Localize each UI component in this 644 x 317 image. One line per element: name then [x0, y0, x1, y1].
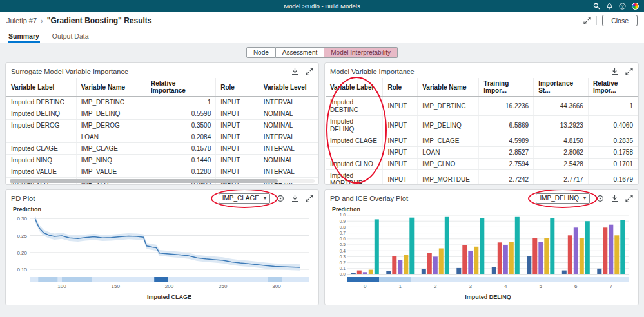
close-button[interactable]: Close — [602, 15, 638, 26]
table-row[interactable]: Imputed CLAGEINPUTIMP_CLAGE4.59894.81500… — [326, 135, 638, 147]
table-cell: 6.5869 — [479, 116, 534, 135]
help-icon[interactable]: ? — [619, 3, 626, 10]
pd-variable-select[interactable]: IMP_CLAGE ▾ — [219, 193, 270, 204]
table-cell: Imputed DELINQ — [6, 108, 76, 120]
tab-output-data[interactable]: Output Data — [52, 31, 90, 43]
table-row[interactable]: Imputed CLNOINPUTIMP_CLNO2.75942.54280.1… — [326, 158, 638, 170]
ice-variable-select[interactable]: IMP_DELINQ ▾ — [536, 193, 590, 204]
svg-text:0.15: 0.15 — [17, 267, 27, 273]
table-cell: Imputed CLAGE — [6, 143, 76, 155]
download-icon[interactable] — [610, 67, 619, 75]
table-cell: INPUT — [216, 97, 259, 108]
svg-text:0.2: 0.2 — [340, 260, 346, 265]
app-title: Model Studio - Build Models — [284, 3, 360, 10]
table-cell: IMP_DEBTINC — [418, 97, 479, 116]
expand-icon[interactable] — [625, 195, 633, 202]
table-cell: 0.1758 — [588, 147, 638, 158]
view-node-button[interactable]: Node — [246, 47, 276, 58]
table-cell: INPUT — [216, 108, 259, 120]
panel-header: Surrogate Model Variable Importance — [6, 63, 318, 78]
svg-text:Imputed DELINQ: Imputed DELINQ — [465, 294, 511, 300]
table-cell: 2.8527 — [479, 147, 534, 158]
table-cell: INPUT — [216, 120, 259, 131]
chevron-down-icon: ▾ — [583, 195, 586, 201]
surrogate-importance-panel: Surrogate Model Variable Importance Vari… — [5, 62, 319, 185]
tab-summary[interactable]: Summary — [8, 31, 40, 43]
table-cell: 0.5598 — [146, 108, 216, 120]
table-cell: LOAN — [76, 131, 146, 143]
column-header[interactable]: Variable Level — [259, 78, 318, 97]
table-row[interactable]: Imputed NINQIMP_NINQ0.1440INPUTNOMINAL — [6, 155, 318, 166]
table-cell: 2.7594 — [479, 158, 534, 170]
svg-text:0.4: 0.4 — [340, 249, 346, 253]
search-icon[interactable] — [593, 3, 600, 10]
plot-options-icon[interactable] — [596, 195, 604, 202]
table-cell: INTERVAL — [259, 97, 318, 108]
download-icon[interactable] — [291, 194, 299, 202]
column-header[interactable]: Variable Name — [418, 78, 479, 97]
table-row[interactable]: Imputed VALUEIMP_VALUE0.1280INPUTINTERVA… — [6, 166, 318, 178]
table-row[interactable]: Imputed DEBTINCIMP_DEBTINC1INPUTINTERVAL — [6, 97, 318, 108]
app-header-icons: ? — [593, 3, 644, 10]
table-cell: INPUT — [383, 135, 418, 147]
horizontal-scrollbar[interactable] — [10, 179, 315, 183]
table-row[interactable]: Imputed MORTDUEINPUTIMP_MORTDUE2.72422.7… — [326, 170, 638, 186]
download-icon[interactable] — [291, 67, 299, 75]
table-cell: 2.5428 — [534, 158, 589, 170]
column-header[interactable]: Role — [216, 78, 259, 97]
table-cell: IMP_NINQ — [76, 155, 146, 166]
svg-text:1.0: 1.0 — [340, 213, 346, 217]
table-cell — [6, 131, 76, 143]
notifications-bell-icon[interactable] — [606, 3, 613, 10]
avatar[interactable] — [632, 3, 639, 10]
table-row[interactable]: Imputed DELINQINPUTIMP_DELINQ6.586913.29… — [326, 116, 638, 135]
table-row[interactable]: Imputed DELINQIMP_DELINQ0.5598INPUTNOMIN… — [6, 108, 318, 120]
ice-overlay-chart: Prediction0.00.10.20.30.40.50.60.70.80.9… — [325, 205, 638, 304]
table-row[interactable]: LOAN0.2084INPUTINTERVAL — [6, 131, 318, 143]
table-cell: 4.8150 — [534, 135, 589, 147]
svg-text:100: 100 — [57, 283, 66, 289]
column-header[interactable]: Variable Label — [6, 78, 76, 97]
breadcrumb-project-link[interactable]: Juletip #7 — [6, 17, 37, 24]
plot-options-icon[interactable] — [277, 195, 284, 202]
column-header[interactable]: Importance St... — [534, 78, 589, 97]
panel-title: PD and ICE Overlay Plot — [330, 195, 408, 202]
breadcrumb: Juletip #7 › "Gradient Boosting" Results… — [0, 12, 644, 30]
table-cell: IMP_DEBTINC — [76, 97, 146, 108]
expand-icon[interactable] — [625, 68, 633, 75]
table-row[interactable]: INPUTLOAN2.85272.80620.1758 — [326, 147, 638, 158]
view-assessment-button[interactable]: Assessment — [276, 47, 324, 58]
column-header[interactable]: Role — [383, 78, 418, 97]
svg-text:1: 1 — [399, 283, 402, 289]
expand-icon[interactable] — [306, 68, 313, 75]
maximize-icon[interactable] — [583, 17, 591, 24]
panel-toolbar: IMP_DELINQ ▾ — [536, 193, 633, 204]
svg-text:7: 7 — [610, 283, 613, 289]
table-cell: 0.1701 — [588, 158, 638, 170]
expand-icon[interactable] — [306, 195, 313, 202]
svg-text:Prediction: Prediction — [13, 206, 41, 213]
view-model-interpretability-button[interactable]: Model Interpretability — [324, 47, 398, 58]
table-row[interactable]: Imputed CLAGEIMP_CLAGE0.1578INPUTINTERVA… — [6, 143, 318, 155]
page-title: "Gradient Boosting" Results — [47, 16, 152, 25]
column-header[interactable]: Relative Impor... — [588, 78, 638, 97]
model-importance-table: Variable LabelRoleVariable NameTraining … — [325, 78, 638, 185]
column-header[interactable]: Variable Label — [326, 78, 383, 97]
svg-text:0.1: 0.1 — [340, 266, 346, 271]
table-cell: INPUT — [383, 170, 418, 186]
column-header[interactable]: Variable Name — [76, 78, 146, 97]
panel-title: PD Plot — [11, 195, 35, 202]
scrollbar-thumb[interactable] — [10, 179, 278, 183]
table-cell: 0.1578 — [146, 143, 216, 155]
column-header[interactable]: Training Impor... — [479, 78, 534, 97]
table-row[interactable]: Imputed DEROGIMP_DEROG0.3500INPUTNOMINAL — [6, 120, 318, 131]
table-cell: 1 — [146, 97, 216, 108]
svg-text:0.9: 0.9 — [340, 219, 346, 224]
column-header[interactable]: Relative Importance — [146, 78, 216, 97]
download-icon[interactable] — [610, 194, 619, 202]
table-row[interactable]: Imputed DEBTINCINPUTIMP_DEBTINC16.223644… — [326, 97, 638, 116]
table-cell: INPUT — [216, 143, 259, 155]
table-cell: IMP_DEROG — [76, 120, 146, 131]
table-cell: NOMINAL — [259, 155, 318, 166]
table-cell — [326, 147, 383, 158]
